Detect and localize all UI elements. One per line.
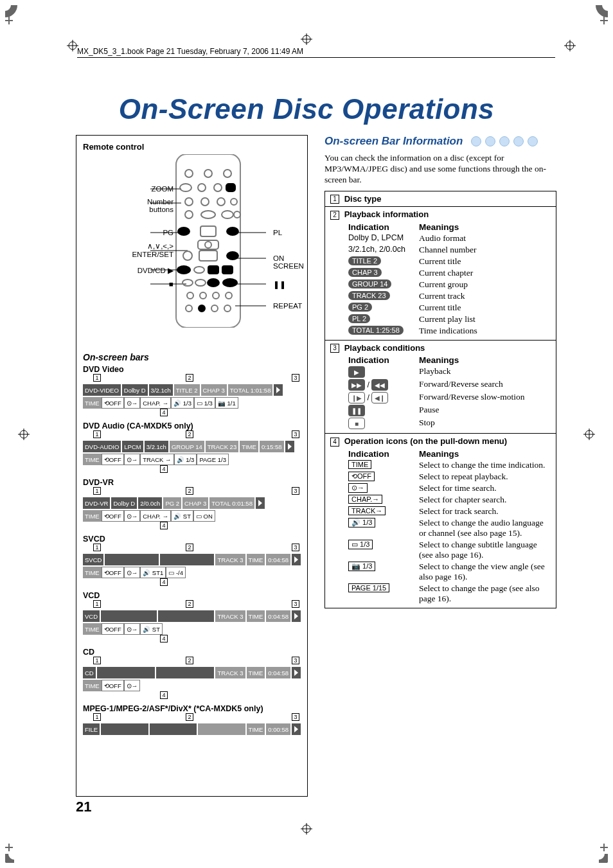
onscreen-bar-info-heading: On-screen Bar Information [324,135,463,148]
registration-mark-icon [301,823,312,835]
table-row: TRACK 23Current track [348,291,551,301]
svg-point-61 [200,292,206,299]
meaning-cell: Select to change subtitle language (see … [419,540,551,560]
indication-cell: GROUP 14 [348,279,419,290]
svg-point-32 [180,184,191,191]
callout-number: 1 [93,487,101,495]
bar-cell: DVD-AUDIO [83,441,121,452]
play-icon: ▶ [348,366,365,378]
svg-rect-45 [200,226,216,236]
pause-icon: ❚❚ [348,405,365,416]
indication-cell: CHAP.→ [348,495,419,505]
svg-point-52 [177,266,190,274]
callout-row: 4 [83,465,301,474]
bar-cell: 🔊 ST [171,510,193,522]
bar-cell: CHAP. → [140,510,171,522]
svg-point-34 [214,184,222,191]
table-row: 📷 1/3Select to change the view angle (se… [348,562,551,582]
bar-cell [274,384,283,396]
meaning-cell: Current play list [419,314,551,324]
bar-cell: ▭ -/4 [166,567,186,578]
svg-point-60 [187,292,193,299]
bar-cell: DVD-VR [83,497,110,509]
operation-box-icon: ▭ 1/3 [348,540,373,549]
indication-cell: ❚❚ [348,405,419,416]
bar-cell [292,554,301,565]
bar-cell: ⊙→ [124,397,141,409]
callout-number: 3 [292,487,299,495]
bar-cell: DVD-VIDEO [83,384,121,396]
bar-cell: TIME [83,510,102,522]
bar-cell [101,723,148,735]
intro-paragraph: You can check the information on a disc … [324,153,556,186]
callout-number: 4 [160,635,168,642]
decorative-dots-icon [471,136,538,146]
bar-row: TIME⟲OFF⊙→🔊 ST [83,623,301,635]
bar-cell: 0:15:58 [260,441,284,452]
callout-number: 4 [160,522,168,529]
meaning-cell: Select to repeat playback. [419,472,551,482]
svg-rect-35 [226,184,235,191]
bar-cell [158,610,214,622]
registration-mark-icon [564,40,576,51]
bar-cell: TIME [83,567,102,578]
bar-row: TIME⟲OFF⊙→CHAP. →🔊 1/3▭ 1/3📷 1/1 [83,397,301,409]
svg-point-51 [227,252,238,260]
col-indication: Indication [348,355,419,365]
callout-number: 3 [330,344,339,353]
bar-cell [198,723,245,735]
bar-row: DVD-VIDEODolby D3/2.1chTITLE 2CHAP 3TOTA… [83,384,301,396]
label-onscreen: ON SCREEN [273,254,304,270]
svg-point-43 [234,211,240,218]
onscreen-bar: MPEG-1/MPEG-2/ASF*/DivX* (*CA-MXDK5 only… [83,704,301,735]
callout-number: 1 [93,713,101,721]
callout-number: 1 [93,600,101,608]
svg-point-36 [185,198,193,206]
bar-cell: 🔊 ST [140,623,163,635]
table-row: ⊙→Select for time search. [348,483,551,493]
callout-row: 4 [83,635,301,644]
section-disc-type: Disc type [344,194,382,204]
indication-cell: 🔊 1/3 [348,518,419,538]
header-text: MX_DK5_3_1.book Page 21 Tuesday, Februar… [77,47,303,57]
svg-point-58 [208,279,219,287]
fast-forward-icon: ▶▶ [348,379,365,391]
svg-point-48 [205,242,211,248]
svg-rect-55 [222,266,233,274]
onscreen-bar: CD123CDTRACK 3TIME0:04:58TIME⟲OFF⊙→4 [83,648,301,700]
onscreen-bars-heading: On-screen bars [83,352,301,362]
label-pause: ❚❚ [273,280,286,289]
section-playback-info: Playback information [344,209,429,219]
onscreen-bar: VCD123VCDTRACK 3TIME0:04:58TIME⟲OFF⊙→🔊 S… [83,591,301,644]
bar-cell: TRACK 3 [215,667,245,678]
bar-cell [150,723,197,735]
svg-point-49 [183,251,192,260]
meaning-cell: Select for track search. [419,506,551,517]
operation-box-icon: TRACK→ [348,506,386,515]
meaning-cell: Pause [419,405,551,416]
bar-cell: VCD [83,610,100,622]
indication-cell: CHAP 3 [348,268,419,278]
table-row: ❙▶ / ◀❙Forward/Reverse slow-motion [348,392,551,403]
bar-cell: 0:04:58 [266,610,290,622]
svg-rect-50 [199,251,217,261]
meaning-cell: Forward/Reverse slow-motion [419,392,551,403]
callout-number: 2 [186,713,193,721]
bar-title: MPEG-1/MPEG-2/ASF*/DivX* (*CA-MXDK5 only… [83,704,301,713]
meaning-cell: Current chapter [419,268,551,278]
meaning-cell: Select for chapter search. [419,495,551,505]
indication-cell: ⟲OFF [348,472,419,482]
bar-title: DVD Audio (CA-MXDK5 only) [83,421,301,430]
bar-row: TIME⟲OFF⊙→ [83,680,301,691]
svg-point-30 [204,170,212,177]
table-row: ▶▶ / ◀◀Forward/Reverse search [348,379,551,391]
bar-cell: ⊙→ [124,510,141,522]
meaning-cell: Select to change the audio language or c… [419,518,551,538]
bar-cell: LPCM [122,441,143,452]
bar-cell [256,497,265,509]
table-row: TRACK→Select for track search. [348,506,551,517]
callout-number: 4 [160,465,168,473]
operation-box-icon: CHAP.→ [348,495,382,504]
svg-point-46 [227,227,238,235]
bar-cell: CD [83,667,96,678]
